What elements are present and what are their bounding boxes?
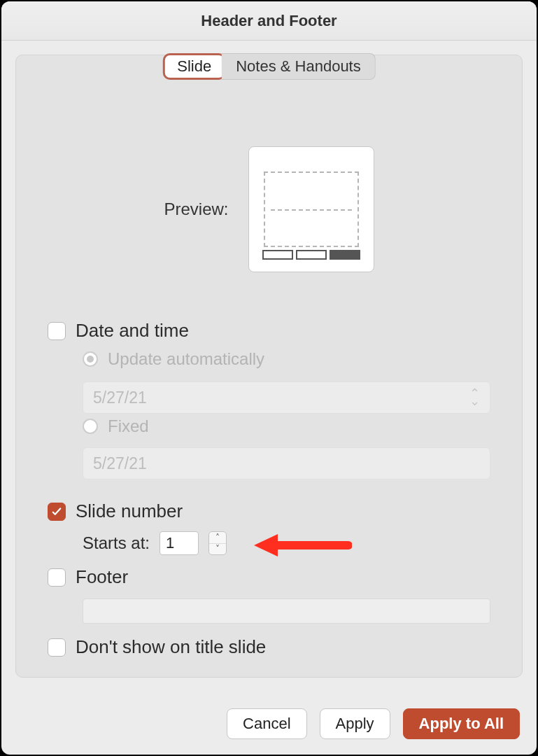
auto-date-select[interactable]: 5/27/21 ⌃⌄ (83, 382, 490, 414)
footer-row: Footer (48, 566, 490, 588)
date-time-row: Date and time (48, 320, 490, 342)
date-time-label: Date and time (76, 320, 189, 342)
cancel-button[interactable]: Cancel (227, 708, 306, 739)
update-auto-field-wrap: 5/27/21 ⌃⌄ (83, 382, 490, 414)
update-auto-row: Update automatically (83, 349, 490, 369)
fixed-row: Fixed (83, 416, 490, 436)
dialog-title: Header and Footer (1, 1, 537, 41)
stepper-up-icon[interactable]: ˄ (209, 532, 226, 544)
dialog-content: Slide Notes & Handouts Preview: (1, 41, 537, 755)
tab-bar: Slide Notes & Handouts (162, 53, 375, 80)
starts-at-label: Starts at: (83, 533, 150, 553)
annotation-arrow-icon (254, 531, 352, 559)
fixed-label: Fixed (108, 416, 149, 436)
apply-all-button[interactable]: Apply to All (403, 708, 520, 739)
date-time-checkbox[interactable] (48, 322, 66, 340)
slide-number-checkbox[interactable] (48, 503, 66, 521)
slide-number-label: Slide number (76, 500, 183, 522)
dont-show-row: Don't show on title slide (48, 636, 490, 658)
tab-slide[interactable]: Slide (162, 53, 226, 80)
preview-label: Preview: (164, 200, 228, 219)
tab-notes-handouts[interactable]: Notes & Handouts (222, 53, 376, 80)
svg-marker-1 (254, 534, 278, 556)
fixed-date-wrap: 5/27/21 (83, 447, 490, 479)
chevron-updown-icon: ⌃⌄ (469, 390, 480, 405)
starts-at-row: Starts at: 1 ˄ ˅ (83, 531, 227, 555)
fixed-date-value: 5/27/21 (93, 454, 147, 473)
dont-show-checkbox[interactable] (48, 638, 66, 657)
apply-button[interactable]: Apply (320, 708, 390, 739)
preview-inner (264, 172, 359, 247)
button-bar: Cancel Apply Apply to All (227, 708, 520, 739)
update-auto-label: Update automatically (108, 349, 264, 369)
check-icon (50, 505, 63, 518)
starts-at-stepper[interactable]: ˄ ˅ (208, 531, 227, 555)
preview-ph-footer (296, 250, 327, 260)
auto-date-value: 5/27/21 (93, 388, 147, 407)
preview-section: Preview: (48, 146, 490, 272)
fixed-date-input[interactable]: 5/27/21 (83, 447, 490, 479)
preview-box (248, 146, 374, 272)
fixed-radio[interactable] (83, 419, 98, 434)
footer-label: Footer (76, 566, 128, 588)
slide-number-row: Slide number (48, 500, 490, 522)
dont-show-label: Don't show on title slide (76, 636, 266, 658)
footer-input[interactable] (83, 598, 490, 624)
update-auto-radio[interactable] (83, 351, 98, 367)
options-panel: Preview: Date and time (15, 55, 523, 678)
preview-ph-date (262, 250, 293, 260)
stepper-down-icon[interactable]: ˅ (209, 544, 226, 555)
footer-checkbox[interactable] (48, 568, 66, 587)
header-footer-dialog: Header and Footer Slide Notes & Handouts… (1, 1, 537, 755)
starts-at-input[interactable]: 1 (160, 531, 199, 555)
preview-ph-slideno (330, 250, 360, 260)
